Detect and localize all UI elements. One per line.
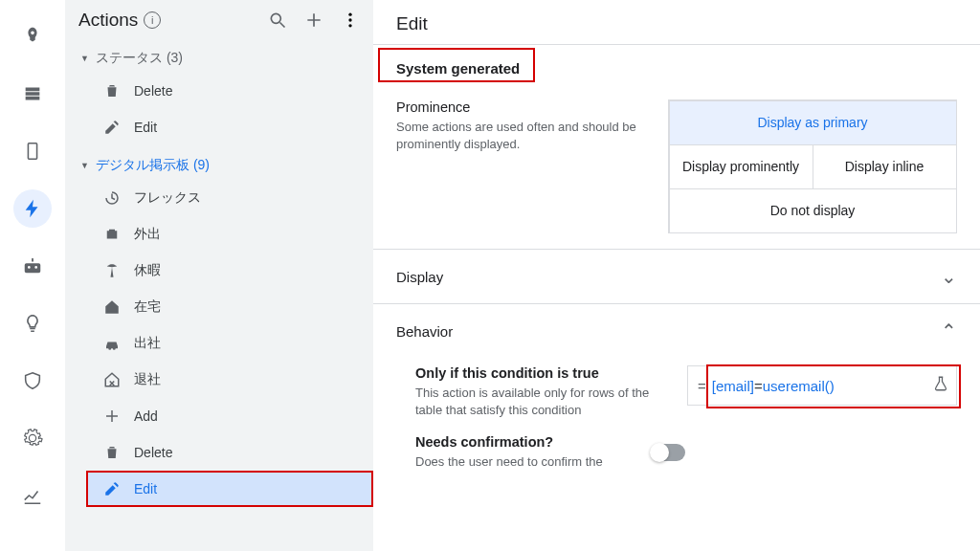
- svg-point-3: [348, 18, 351, 21]
- condition-expression-input[interactable]: = [email] = useremail(): [687, 365, 957, 406]
- item-label: Edit: [134, 481, 157, 496]
- item-label: 出社: [134, 335, 161, 352]
- chevron-down-icon: ▼: [80, 54, 92, 63]
- svg-line-1: [280, 23, 285, 28]
- expr-fn: useremail(): [763, 378, 835, 394]
- section-label: Behavior: [396, 323, 453, 340]
- condition-sub: This action is available only for rows o…: [415, 385, 664, 419]
- section-label: Display: [396, 269, 443, 285]
- flask-icon[interactable]: [932, 375, 949, 396]
- rail-gear-icon[interactable]: [13, 419, 52, 457]
- expr-op: =: [754, 378, 763, 394]
- actions-tree: ▼ ステータス (3) Delete Edit ▼ デジタル掲示板 (9): [65, 40, 373, 509]
- rail-bolt-icon[interactable]: [13, 189, 52, 228]
- search-icon[interactable]: [268, 11, 287, 30]
- chevron-down-icon: ▼: [80, 161, 92, 170]
- confirm-toggle[interactable]: [651, 444, 685, 461]
- prominence-title: Prominence: [396, 99, 645, 115]
- prominence-inline[interactable]: Display inline: [813, 144, 957, 189]
- item-label: Delete: [134, 445, 172, 460]
- action-commute[interactable]: 出社: [86, 325, 373, 362]
- system-generated-header[interactable]: System generated: [373, 45, 980, 92]
- action-delete[interactable]: Delete: [86, 73, 373, 109]
- prominence-sub: Some actions are used often and should b…: [396, 119, 645, 153]
- info-icon[interactable]: i: [144, 11, 161, 29]
- rail-bulb-icon[interactable]: [13, 304, 52, 342]
- rail-launch-icon[interactable]: [13, 17, 52, 55]
- item-label: フレックス: [134, 189, 201, 207]
- action-flex[interactable]: フレックス: [86, 180, 373, 216]
- rail-shield-icon[interactable]: [13, 362, 52, 400]
- item-label: 外出: [134, 226, 161, 243]
- item-label: 退社: [134, 371, 161, 388]
- group-status[interactable]: ▼ ステータス (3): [80, 46, 373, 71]
- action-home[interactable]: 在宅: [86, 289, 373, 325]
- prominence-options: Display as primary Display prominently D…: [668, 99, 957, 233]
- actions-sidebar: Actions i ▼ ステータス (3) Delete Edit: [65, 0, 373, 551]
- item-label: Add: [134, 408, 158, 424]
- sidebar-title: Actions i: [78, 10, 258, 31]
- action-edit-2[interactable]: Edit: [86, 471, 373, 507]
- page-title: Edit: [373, 0, 980, 44]
- main-pane: Edit System generated Prominence Some ac…: [373, 0, 980, 551]
- action-edit[interactable]: Edit: [86, 109, 373, 145]
- confirm-title: Needs confirmation?: [415, 434, 603, 450]
- action-leave[interactable]: 退社: [86, 362, 373, 398]
- rail-chart-icon[interactable]: [13, 476, 52, 515]
- group-digital-board[interactable]: ▼ デジタル掲示板 (9): [80, 153, 373, 178]
- action-add[interactable]: Add: [86, 398, 373, 434]
- item-label: 在宅: [134, 298, 161, 316]
- condition-title: Only if this condition is true: [415, 365, 664, 381]
- action-delete-2[interactable]: Delete: [86, 434, 373, 471]
- nav-rail: [0, 0, 65, 551]
- add-icon[interactable]: [304, 11, 323, 30]
- chevron-down-icon: ⌄: [941, 265, 957, 288]
- chevron-up-icon: ⌃: [941, 320, 957, 342]
- rail-device-icon[interactable]: [13, 132, 52, 170]
- rail-robot-icon[interactable]: [13, 247, 52, 285]
- prominence-primary[interactable]: Display as primary: [669, 100, 957, 145]
- action-out[interactable]: 外出: [86, 216, 373, 253]
- expr-field: [email]: [712, 378, 754, 394]
- prominence-none[interactable]: Do not display: [669, 188, 957, 233]
- more-icon[interactable]: [341, 11, 360, 30]
- svg-point-2: [348, 13, 351, 16]
- display-section[interactable]: Display ⌄: [373, 250, 980, 303]
- item-label: Edit: [134, 120, 157, 135]
- svg-point-4: [348, 24, 351, 27]
- group-label: デジタル掲示板 (9): [96, 157, 210, 174]
- prominence-prominently[interactable]: Display prominently: [669, 144, 813, 189]
- svg-point-0: [271, 13, 280, 23]
- section-label: System generated: [396, 60, 520, 77]
- group-label: ステータス (3): [96, 50, 183, 67]
- item-label: Delete: [134, 83, 172, 99]
- sidebar-title-text: Actions: [78, 10, 138, 31]
- item-label: 休暇: [134, 262, 161, 279]
- behavior-section[interactable]: Behavior ⌃: [373, 304, 980, 358]
- confirm-sub: Does the user need to confirm the: [415, 453, 603, 471]
- action-vacation[interactable]: 休暇: [86, 253, 373, 289]
- rail-database-icon[interactable]: [13, 75, 52, 113]
